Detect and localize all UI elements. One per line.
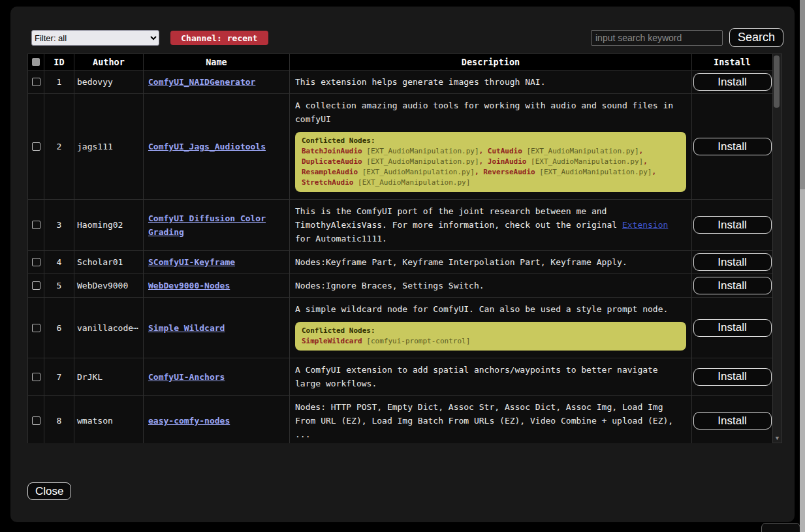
conflict-node-name: ReverseAudio	[483, 168, 535, 176]
conflicted-nodes-box: Conflicted Nodes:BatchJoinAudio [EXT_Aud…	[295, 132, 686, 192]
row-author: Haoming02	[74, 200, 144, 251]
conflict-separator: ,	[479, 157, 488, 166]
search-button[interactable]: Search	[729, 28, 783, 47]
conflicted-nodes-list: BatchJoinAudio [EXT_AudioManipulation.py…	[302, 146, 680, 188]
install-button[interactable]: Install	[693, 319, 772, 337]
conflict-node-name: SimpleWildcard	[302, 337, 362, 345]
row-id: 5	[44, 274, 74, 298]
install-button[interactable]: Install	[693, 253, 772, 271]
header-install: Install	[692, 54, 773, 70]
row-id: 2	[44, 94, 74, 200]
header-author: Author	[74, 54, 144, 70]
row-checkbox[interactable]	[32, 258, 40, 266]
conflict-node-source: [EXT_AudioManipulation.py]	[358, 178, 470, 187]
scrollbar-down-arrow-icon[interactable]: ▼	[773, 435, 781, 441]
table-row: 5 WebDev9000 WebDev9000-Nodes Nodes:Igno…	[28, 274, 773, 298]
row-description: This extension helps generate images thr…	[295, 75, 686, 89]
close-button[interactable]: Close	[27, 482, 71, 500]
conflict-node-source: [EXT_AudioManipulation.py]	[362, 168, 475, 176]
page-scrollbar-thumb[interactable]	[800, 0, 805, 189]
page-background: Filter: all Channel: recent Search ID Au…	[0, 0, 805, 532]
install-button[interactable]: Install	[693, 138, 772, 155]
channel-badge: Channel: recent	[170, 31, 268, 45]
row-author: Scholar01	[74, 251, 144, 274]
conflict-separator: ,	[643, 157, 648, 166]
row-checkbox[interactable]	[32, 78, 40, 86]
table-row: 2 jags111 ComfyUI_Jags_Audiotools A coll…	[28, 94, 773, 200]
row-id: 8	[44, 396, 74, 444]
conflict-node-name: CutAudio	[488, 147, 522, 155]
table-row: 7 DrJKL ComfyUI-Anchors A ComfyUI extens…	[28, 358, 773, 396]
background-panel-fragment	[761, 523, 800, 532]
row-author: wmatson	[74, 396, 144, 444]
node-name-link[interactable]: ComfyUI-Anchors	[148, 372, 225, 382]
table-row: 3 Haoming02 ComfyUI Diffusion Color Grad…	[28, 200, 773, 251]
conflict-node-source: [EXT_AudioManipulation.py]	[366, 147, 479, 155]
conflict-node-source: [EXT_AudioManipulation.py]	[526, 147, 639, 155]
row-checkbox[interactable]	[32, 416, 40, 425]
page-scrollbar[interactable]	[800, 0, 805, 532]
row-description: Nodes:Ignore Braces, Settings Switch.	[295, 279, 686, 292]
row-checkbox[interactable]	[32, 281, 40, 290]
node-name-link[interactable]: Simple Wildcard	[148, 323, 225, 333]
conflict-node-name: StretchAudio	[302, 178, 353, 187]
conflict-node-name: ResampleAudio	[302, 168, 358, 176]
header-id: ID	[44, 54, 74, 70]
description-text: for Automatic1111.	[295, 234, 387, 243]
conflicted-nodes-list: SimpleWildcard [comfyui-prompt-control]	[302, 336, 680, 347]
search-input[interactable]	[591, 30, 723, 46]
row-author: vanillacode⋯	[74, 298, 144, 358]
row-id: 7	[44, 358, 74, 396]
row-id: 6	[44, 298, 74, 358]
conflict-node-source: [EXT_AudioManipulation.py]	[531, 157, 643, 166]
row-checkbox[interactable]	[32, 324, 40, 332]
install-button[interactable]: Install	[693, 368, 772, 386]
table-row: 8 wmatson easy-comfy-nodes Nodes: HTTP P…	[28, 396, 773, 444]
table-header-row: ID Author Name Description Install	[28, 54, 773, 70]
node-name-link[interactable]: WebDev9000-Nodes	[148, 281, 230, 290]
conflict-node-name: JoinAudio	[488, 157, 527, 166]
conflicted-nodes-title: Conflicted Nodes:	[302, 136, 680, 146]
row-description: Nodes: HTTP POST, Empty Dict, Assoc Str,…	[295, 400, 686, 441]
conflicted-nodes-title: Conflicted Nodes:	[302, 326, 680, 336]
conflict-separator: ,	[639, 147, 644, 155]
node-name-link[interactable]: SComfyUI-Keyframe	[148, 257, 235, 267]
conflict-node-name: DuplicateAudio	[302, 157, 362, 166]
extension-link[interactable]: Extension	[622, 220, 668, 230]
install-button[interactable]: Install	[693, 73, 772, 91]
row-checkbox[interactable]	[32, 221, 40, 229]
node-name-link[interactable]: ComfyUI_Jags_Audiotools	[148, 142, 266, 151]
conflict-separator: ,	[475, 168, 483, 176]
table-scrollbar-thumb[interactable]	[774, 55, 780, 108]
node-name-link[interactable]: easy-comfy-nodes	[148, 416, 230, 426]
conflict-separator: ,	[479, 147, 488, 155]
row-id: 3	[44, 200, 74, 251]
install-button[interactable]: Install	[693, 216, 772, 234]
description-text: This is the ComfyUI port of the joint re…	[295, 206, 622, 230]
row-author: bedovyy	[74, 70, 144, 94]
conflicted-nodes-box: Conflicted Nodes:SimpleWildcard [comfyui…	[295, 322, 686, 351]
row-description: A simple wildcard node for ComfyUI. Can …	[295, 302, 686, 316]
header-description: Description	[290, 54, 692, 70]
table-scrollbar[interactable]: ▼	[772, 54, 782, 443]
table-row: 6 vanillacode⋯ Simple Wildcard A simple …	[28, 298, 773, 358]
row-description: Nodes:Keyframe Part, Keyframe Interpolat…	[295, 255, 686, 269]
select-all-checkbox[interactable]	[32, 58, 40, 66]
install-custom-nodes-dialog: Filter: all Channel: recent Search ID Au…	[10, 7, 795, 522]
conflict-node-name: BatchJoinAudio	[302, 147, 362, 155]
custom-nodes-table: ID Author Name Description Install 1 bed…	[27, 54, 782, 443]
row-checkbox[interactable]	[32, 142, 40, 151]
conflict-node-source: [EXT_AudioManipulation.py]	[366, 157, 479, 166]
table-body: 1 bedovyy ComfyUI_NAIDGenerator This ext…	[28, 70, 773, 444]
row-description: A collection amazing audio tools for wor…	[295, 99, 686, 126]
install-button[interactable]: Install	[693, 412, 772, 430]
filter-select[interactable]: Filter: all	[31, 30, 159, 46]
conflict-node-source: [EXT_AudioManipulation.py]	[539, 168, 652, 176]
node-name-link[interactable]: ComfyUI Diffusion Color Grading	[148, 213, 266, 237]
node-name-link[interactable]: ComfyUI_NAIDGenerator	[148, 77, 255, 87]
conflict-separator: ,	[652, 168, 656, 176]
row-description: A ComfyUI extension to add spatial ancho…	[295, 363, 686, 390]
row-id: 4	[44, 251, 74, 274]
row-checkbox[interactable]	[32, 373, 40, 381]
install-button[interactable]: Install	[693, 277, 772, 294]
